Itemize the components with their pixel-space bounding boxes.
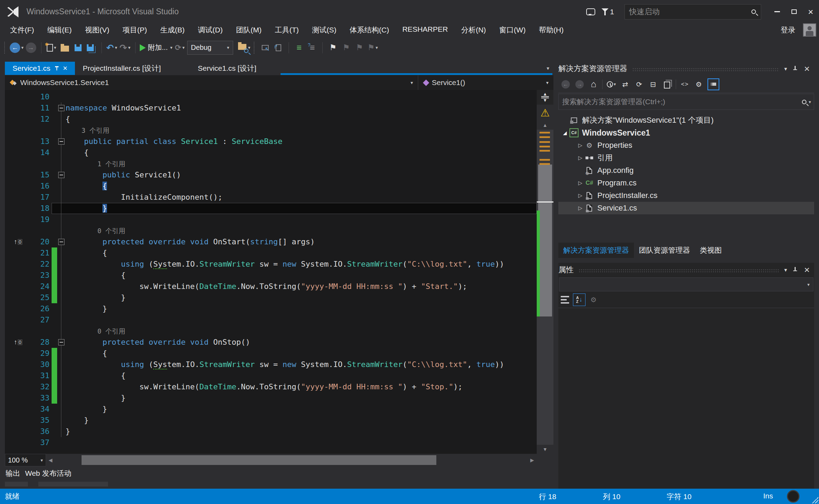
document-tab-1[interactable]: ProjectInstaller.cs [设计] — [75, 62, 168, 75]
file-health-warning-icon[interactable]: ⚠ — [537, 105, 553, 121]
member-dropdown[interactable]: Service1() ▾ — [418, 75, 553, 90]
fold-margin[interactable] — [57, 225, 66, 236]
fold-margin[interactable] — [57, 247, 66, 259]
sync-with-active-document-button[interactable]: ⇄ — [620, 78, 630, 90]
refresh-button[interactable]: ⟳ — [634, 78, 644, 90]
window-position-chevron-icon[interactable]: ▾ — [784, 66, 787, 72]
preview-selected-items-button[interactable] — [707, 78, 719, 90]
tree-item-properties[interactable]: ▷⚙Properties — [558, 139, 814, 152]
show-all-files-button[interactable] — [662, 78, 672, 90]
resharper-status-icon[interactable] — [787, 490, 799, 503]
document-tab-0[interactable]: Service1.cs× — [5, 62, 75, 75]
panel-tab-1[interactable]: 团队资源管理器 — [634, 243, 695, 258]
menu-item-1[interactable]: 编辑(E) — [41, 24, 78, 36]
close-icon[interactable]: ✕ — [804, 65, 810, 72]
properties-object-select[interactable]: ▾ — [559, 277, 813, 291]
view-code-button[interactable]: <> — [680, 78, 690, 90]
menu-item-8[interactable]: 测试(S) — [305, 24, 343, 36]
panel-drag-handle[interactable] — [579, 269, 779, 272]
menu-item-6[interactable]: 团队(M) — [229, 24, 268, 36]
panel-tab-0[interactable]: 解决方案资源管理器 — [558, 243, 634, 258]
document-tab-2[interactable]: Service1.cs [设计] — [190, 62, 264, 75]
fold-margin[interactable] — [57, 236, 66, 247]
fold-margin[interactable] — [57, 281, 66, 292]
fold-margin[interactable] — [57, 359, 66, 370]
undo-button[interactable]: ↶▾ — [106, 41, 118, 55]
user-avatar[interactable] — [803, 23, 816, 37]
quick-launch-input[interactable] — [625, 7, 751, 16]
menu-item-7[interactable]: 工具(T) — [268, 24, 305, 36]
fold-margin[interactable] — [57, 404, 66, 415]
find-in-files-button[interactable]: ▾ — [238, 41, 251, 55]
panel-tab-2[interactable]: 类视图 — [695, 243, 727, 258]
back-button[interactable]: ← — [560, 78, 571, 90]
fold-margin[interactable] — [57, 169, 66, 181]
menu-item-10[interactable]: RESHARPER — [396, 24, 454, 36]
web-publish-activity-tab[interactable]: Web 发布活动 — [25, 468, 71, 478]
pending-changes-filter-button[interactable]: ▾ — [606, 78, 617, 90]
fold-margin[interactable] — [57, 181, 66, 192]
menu-item-13[interactable]: 帮助(H) — [532, 24, 570, 36]
code-editor[interactable]: 1011namespace WindowsService112{ 3 个引用13… — [5, 90, 553, 454]
tree-item-app.config[interactable]: App.config — [558, 164, 814, 177]
property-pages-button[interactable]: ⚙ — [588, 294, 599, 306]
window-position-chevron-icon[interactable]: ▾ — [784, 267, 787, 273]
menu-item-2[interactable]: 视图(V) — [78, 24, 116, 36]
solution-search-input[interactable] — [559, 98, 802, 106]
panel-drag-handle[interactable] — [632, 68, 779, 71]
fold-margin[interactable] — [57, 91, 66, 102]
fold-margin[interactable] — [57, 370, 66, 381]
menu-item-9[interactable]: 体系结构(C) — [343, 24, 396, 36]
save-button[interactable] — [72, 41, 84, 55]
tab-list-chevron-icon[interactable]: ▾ — [546, 65, 549, 71]
toggle-bookmark-button[interactable]: ⚑ — [327, 41, 339, 55]
fold-margin[interactable] — [57, 102, 66, 114]
home-button[interactable]: ⌂ — [588, 78, 599, 90]
codelens-references[interactable]: 0 个引用 — [66, 227, 125, 235]
fold-margin[interactable] — [57, 125, 66, 136]
tree-item-windowsservice1[interactable]: ◢C#WindowsService1 — [558, 127, 814, 139]
previous-bookmark-button[interactable]: ⚑ — [340, 41, 352, 55]
fold-margin[interactable] — [57, 136, 66, 147]
horizontal-scrollbar-thumb[interactable] — [82, 455, 436, 465]
fold-margin[interactable] — [57, 147, 66, 158]
fold-margin[interactable] — [57, 192, 66, 203]
horizontal-scrollbar-track[interactable] — [55, 454, 528, 466]
fold-margin[interactable] — [57, 270, 66, 281]
pin-icon[interactable] — [793, 66, 797, 71]
close-icon[interactable]: ✕ — [804, 266, 810, 274]
pin-icon[interactable] — [793, 267, 797, 273]
feedback-icon[interactable] — [583, 4, 599, 20]
sign-in-link[interactable]: 登录 — [781, 25, 795, 35]
categorized-button[interactable] — [560, 294, 570, 306]
override-indicator-icon[interactable]: ↑0 — [14, 238, 22, 246]
notifications-icon[interactable]: 1 — [599, 4, 617, 20]
maximize-button[interactable] — [786, 4, 802, 20]
toolbar-grip[interactable] — [4, 42, 6, 54]
fold-margin[interactable] — [57, 437, 66, 448]
properties-button[interactable]: ⚙ — [694, 78, 704, 90]
scroll-down-arrow[interactable]: ▼ — [537, 445, 553, 454]
close-button[interactable]: × — [802, 4, 819, 20]
fold-margin[interactable] — [57, 381, 66, 392]
fold-margin[interactable] — [57, 292, 66, 303]
expander-icon[interactable]: ▷ — [576, 155, 584, 161]
menu-item-3[interactable]: 项目(P) — [116, 24, 154, 36]
override-indicator-icon[interactable]: ↑0 — [14, 338, 22, 346]
navigate-back-button[interactable]: ←▾ — [10, 41, 24, 55]
editor-split-handle[interactable]: ▲▼ — [537, 90, 553, 105]
restart-button[interactable]: ⟳▾ — [174, 41, 186, 55]
code-area[interactable]: 1011namespace WindowsService112{ 3 个引用13… — [5, 90, 537, 454]
expander-icon[interactable]: ▷ — [576, 192, 584, 199]
menu-item-4[interactable]: 生成(B) — [154, 24, 191, 36]
solution-explorer-search-box[interactable]: ▾ — [558, 94, 814, 110]
fold-margin[interactable] — [57, 426, 66, 437]
codelens-references[interactable]: 0 个引用 — [66, 327, 125, 335]
next-bookmark-button[interactable]: ⚑ — [353, 41, 365, 55]
alphabetical-sort-button[interactable]: AZ↓ — [573, 293, 585, 306]
go-to-definition-button[interactable] — [273, 41, 284, 55]
tree-item--windowsservice1-1-[interactable]: 解决方案"WindowsService1"(1 个项目) — [558, 114, 814, 127]
editor-zoom-select[interactable]: 100 %▾ — [5, 454, 46, 466]
scrollbar-thumb[interactable] — [538, 165, 552, 316]
tree-item-projectinstaller.cs[interactable]: ▷ProjectInstaller.cs — [558, 189, 814, 202]
